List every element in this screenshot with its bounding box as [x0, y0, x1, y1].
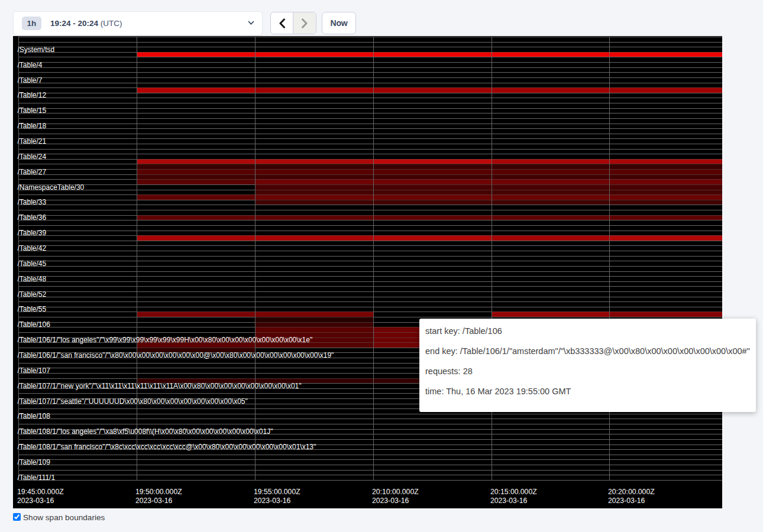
svg-text:19:45:00.000Z: 19:45:00.000Z — [17, 488, 64, 496]
svg-text:/NamespaceTable/30: /NamespaceTable/30 — [18, 183, 85, 192]
svg-text:/Table/21: /Table/21 — [18, 137, 47, 145]
svg-text:20:15:00.000Z: 20:15:00.000Z — [490, 488, 537, 496]
svg-text:19:55:00.000Z: 19:55:00.000Z — [254, 488, 300, 496]
svg-text:/Table/7: /Table/7 — [18, 76, 43, 85]
svg-text:/System/tsd: /System/tsd — [18, 46, 55, 54]
svg-text:/Table/36: /Table/36 — [18, 213, 47, 222]
svg-text:/Table/108: /Table/108 — [18, 412, 51, 420]
svg-text:19:50:00.000Z: 19:50:00.000Z — [135, 488, 182, 496]
svg-text:2023-03-16: 2023-03-16 — [608, 497, 645, 505]
svg-text:2023-03-16: 2023-03-16 — [372, 497, 409, 505]
svg-text:/Table/33: /Table/33 — [18, 198, 47, 206]
svg-text:/Table/111/1: /Table/111/1 — [18, 473, 56, 482]
svg-text:/Table/48: /Table/48 — [18, 275, 47, 283]
svg-text:2023-03-16: 2023-03-16 — [135, 497, 173, 505]
svg-text:/Table/107/1/"new york"/"\x11\: /Table/107/1/"new york"/"\x11\x11\x11\x1… — [18, 382, 302, 390]
svg-text:/Table/18: /Table/18 — [18, 122, 47, 130]
svg-text:/Table/107: /Table/107 — [18, 366, 51, 375]
svg-text:/Table/39: /Table/39 — [18, 229, 47, 237]
svg-text:/Table/108/1/"san francisco"/": /Table/108/1/"san francisco"/"\x8c\xcc\x… — [18, 443, 316, 451]
svg-text:/Table/24: /Table/24 — [18, 153, 47, 161]
svg-text:/Table/55: /Table/55 — [18, 305, 47, 313]
svg-text:/Table/42: /Table/42 — [18, 244, 47, 252]
svg-text:20:20:00.000Z: 20:20:00.000Z — [608, 488, 655, 496]
svg-text:/Table/27: /Table/27 — [18, 168, 47, 176]
svg-text:2023-03-16: 2023-03-16 — [17, 497, 54, 505]
svg-text:/Table/106/1/"san francisco"/": /Table/106/1/"san francisco"/"\x80\x00\x… — [18, 351, 334, 359]
svg-text:/Table/4: /Table/4 — [18, 61, 43, 69]
svg-text:/Table/15: /Table/15 — [18, 106, 47, 115]
svg-text:/Table/106: /Table/106 — [18, 320, 51, 329]
svg-text:2023-03-16: 2023-03-16 — [254, 497, 291, 505]
svg-text:/Table/106/1/"los angeles"/"\x: /Table/106/1/"los angeles"/"\x99\x99\x99… — [18, 336, 313, 344]
svg-text:/Table/52: /Table/52 — [18, 290, 47, 299]
svg-text:/Table/107/1/"seattle"/"UUUUUU: /Table/107/1/"seattle"/"UUUUUUD\x00\x80\… — [18, 397, 248, 406]
svg-text:/Table/108/1/"los angeles"/"\x: /Table/108/1/"los angeles"/"\xa8\xf5\u00… — [18, 427, 273, 436]
svg-text:/Table/45: /Table/45 — [18, 259, 47, 268]
svg-text:20:10:00.000Z: 20:10:00.000Z — [372, 488, 419, 496]
svg-text:2023-03-16: 2023-03-16 — [490, 497, 528, 505]
svg-text:/Table/109: /Table/109 — [18, 458, 51, 466]
svg-text:/Table/12: /Table/12 — [18, 91, 47, 99]
